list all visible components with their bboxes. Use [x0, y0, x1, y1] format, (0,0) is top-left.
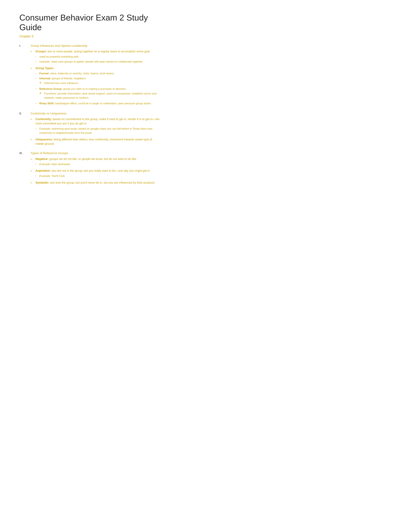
bullet-risky-shift: ● Risky Shift: bandwagon effect, could b…: [36, 101, 161, 105]
outline: I. Group Influences and Opinion Leadersh…: [19, 44, 161, 187]
section-ii-list: o Conformity: based on commitment to the…: [31, 117, 161, 146]
o-item-conformity: o Conformity: based on commitment to the…: [31, 117, 161, 136]
informal-label: Informal:: [39, 77, 51, 80]
reference-group-label: Reference Group:: [39, 87, 63, 90]
negative-text: groups we do not like, or people we know…: [49, 157, 136, 161]
reference-group-content: Reference Group: group you refer to in m…: [39, 87, 161, 101]
aspiration-content: Aspiration: you are not in the group, bu…: [36, 169, 161, 179]
section-i-list: o Groups: two or more people, acting tog…: [31, 49, 161, 106]
negative-content: Negative: groups we do not like, or peop…: [36, 157, 161, 167]
o-marker: o: [31, 169, 34, 179]
bullet-dot: ●: [36, 73, 38, 76]
section-i: I. Group Influences and Opinion Leadersh…: [19, 44, 161, 108]
negative-example-text: Example: Nazi skinheads: [39, 162, 161, 166]
section-ii-title: Conformity vs Uniqueness: [31, 111, 161, 116]
conformity-bullets: ● Example: swimming pool study: based on…: [36, 127, 161, 135]
bullet-dot: ●: [36, 175, 38, 178]
symbolic-text: you love the group, but you'll never be …: [50, 181, 155, 184]
o-marker: o: [31, 157, 34, 167]
o-marker: o: [31, 66, 34, 106]
aspiration-text: you are not in the group, but you really…: [52, 169, 150, 172]
diamond-marker: ❖: [39, 92, 43, 100]
conformity-example-text: Example: swimming pool study: based on g…: [39, 127, 161, 135]
o-marker: o: [31, 117, 34, 136]
risky-shift-text: Risky Shift: bandwagon effect, could be …: [39, 101, 161, 105]
section-i-title: Group Influences and Opinion Leadership: [31, 44, 161, 48]
o-item-symbolic: o Symbolic: you love the group, but you'…: [31, 180, 161, 185]
o-item-groups: o Groups: two or more people, acting tog…: [31, 49, 161, 65]
section-iii-title: Types of Reference Groups: [31, 151, 161, 156]
conformity-label: Conformity:: [36, 117, 52, 121]
bullet-example-jeep: ● example: Jeep uses groups to gather pe…: [36, 60, 161, 64]
bullet-dot: ●: [36, 56, 38, 59]
roman-numeral-i: I.: [19, 44, 28, 108]
formal-text: Formal: class, fraternity or sorority, c…: [39, 71, 161, 76]
symbolic-label: Symbolic:: [36, 181, 49, 184]
o-item-negative: o Negative: groups we do not like, or pe…: [31, 157, 161, 167]
aspiration-bullets: ● Example: Yacht Club: [36, 174, 161, 178]
reference-group-text: Reference Group: group you refer to in m…: [39, 87, 126, 90]
informal-influence-text: Informal has more influence: [44, 81, 161, 85]
aspiration-example-text: Example: Yacht Club: [39, 174, 161, 178]
reference-group-sub: ❖ Functions: provide information, give s…: [39, 92, 161, 100]
bullet-negative-example: ● Example: Nazi skinheads: [36, 162, 161, 166]
bullet-jeep-text: example: Jeep uses groups to gather peop…: [39, 60, 161, 64]
section-iii: III. Types of Reference Groups o Negativ…: [19, 151, 161, 187]
diamond-informal-influence: ❖ Informal has more influence: [39, 81, 161, 85]
aspiration-label: Aspiration:: [36, 169, 51, 172]
uniqueness-text: being different than others, less confor…: [36, 138, 152, 145]
section-iii-content: Types of Reference Groups o Negative: gr…: [31, 151, 161, 187]
group-types-label: Group Types:: [36, 66, 54, 70]
conformity-text: based on commitment to the group, make i…: [36, 117, 159, 125]
conformity-content: Conformity: based on commitment to the g…: [36, 117, 161, 136]
functions-text: Functions: provide information, give soc…: [44, 92, 161, 100]
o-item-uniqueness: o Uniqueness: being different than other…: [31, 137, 161, 146]
risky-shift-label: Risky Shift:: [39, 102, 55, 105]
o-marker: o: [31, 138, 34, 146]
group-types-bullets: ● Formal: class, fraternity or sorority,…: [36, 71, 161, 105]
bullet-dot: ●: [36, 163, 38, 166]
bullet-informal: ● Informal: groups of friends, neighbors…: [36, 76, 161, 86]
o-item-group-types: o Group Types: ● Formal: class, fraterni…: [31, 66, 161, 106]
roman-numeral-ii: II.: [19, 111, 28, 148]
bullet-reference-group: ● Reference Group: group you refer to in…: [36, 87, 161, 101]
bullet-dot: ●: [36, 88, 38, 101]
informal-content: Informal: groups of friends, neighbors ❖…: [39, 76, 161, 86]
uniqueness-label: Uniqueness:: [36, 138, 53, 141]
symbolic-content: Symbolic: you love the group, but you'll…: [36, 180, 161, 185]
bullet-dot: ●: [36, 103, 38, 105]
section-i-content: Group Influences and Opinion Leadership …: [31, 44, 161, 108]
groups-label: Groups:: [36, 50, 47, 53]
bullet-marketing: ● used as powerful marketing aids: [36, 55, 161, 59]
o-marker: o: [31, 181, 34, 185]
section-ii: II. Conformity vs Uniqueness o Conformit…: [19, 111, 161, 148]
bullet-dot: ●: [36, 77, 38, 86]
negative-bullets: ● Example: Nazi skinheads: [36, 162, 161, 166]
section-iii-list: o Negative: groups we do not like, or pe…: [31, 157, 161, 185]
groups-bullets: ● used as powerful marketing aids ● exam…: [36, 55, 161, 64]
informal-sub: ❖ Informal has more influence: [39, 81, 161, 85]
formal-label: Formal:: [39, 72, 49, 75]
chapter-label: Chapter 5: [19, 34, 161, 39]
bullet-formal: ● Formal: class, fraternity or sorority,…: [36, 71, 161, 76]
o-item-aspiration: o Aspiration: you are not in the group, …: [31, 169, 161, 179]
informal-text: Informal: groups of friends, neighbors: [39, 77, 86, 80]
groups-text: two or more people, acting together on a…: [47, 50, 150, 53]
page-title: Consumer Behavior Exam 2 Study Guide: [19, 13, 161, 32]
bullet-conformity-example: ● Example: swimming pool study: based on…: [36, 127, 161, 135]
o-group-types-content: Group Types: ● Formal: class, fraternity…: [36, 66, 161, 106]
negative-label: Negative:: [36, 157, 48, 161]
o-groups-content: Groups: two or more people, acting toget…: [36, 49, 161, 65]
bullet-aspiration-example: ● Example: Yacht Club: [36, 174, 161, 178]
o-marker: o: [31, 50, 34, 65]
uniqueness-content: Uniqueness: being different than others,…: [36, 137, 161, 146]
bullet-dot: ●: [36, 128, 38, 135]
bullet-dot: ●: [36, 61, 38, 64]
roman-numeral-iii: III.: [19, 151, 28, 187]
bullet-marketing-text: used as powerful marketing aids: [39, 55, 161, 59]
diamond-functions: ❖ Functions: provide information, give s…: [39, 92, 161, 100]
diamond-marker: ❖: [39, 81, 43, 85]
section-ii-content: Conformity vs Uniqueness o Conformity: b…: [31, 111, 161, 148]
